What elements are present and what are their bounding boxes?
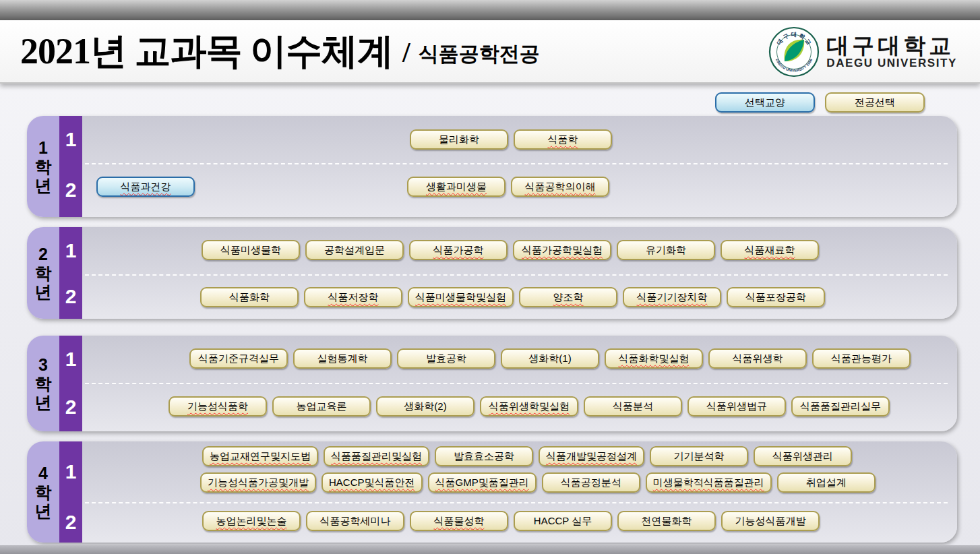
course-box[interactable]: 농업교육론 xyxy=(272,396,371,417)
page-subtitle: 식품공학전공 xyxy=(419,40,540,68)
course-box[interactable]: 실험통계학 xyxy=(293,348,392,369)
course-box[interactable]: 식품공정분석 xyxy=(542,472,640,493)
course-box[interactable]: 식품가공학및실험 xyxy=(513,240,611,260)
course-box[interactable]: 식품분석 xyxy=(584,396,682,417)
course-box[interactable]: 생활과미생물 xyxy=(407,177,506,197)
year-body: 농업교재연구및지도법식품품질관리및실험발효효소공학식품개발및공정설계기기분석학식… xyxy=(82,441,957,543)
course-name: 생활과미생물 xyxy=(426,181,487,193)
course-box[interactable]: 식품화학 xyxy=(200,287,299,307)
course-name: 식품공정분석 xyxy=(561,476,621,489)
course-name: 기능성식품가공및개발 xyxy=(208,476,309,489)
course-box[interactable]: 식품물성학 xyxy=(410,511,508,531)
course-name: 식품품질관리및실험 xyxy=(331,450,422,463)
course-box[interactable]: 농업논리및논술 xyxy=(202,511,301,531)
semester-number: 1 xyxy=(59,441,82,502)
course-box[interactable]: 양조학 xyxy=(519,287,617,307)
course-box[interactable]: 생화학(1) xyxy=(501,348,599,369)
course-name: 식품과건강 xyxy=(121,181,171,193)
course-box[interactable]: 기능성식품개발 xyxy=(721,511,820,531)
course-name: 양조학 xyxy=(553,291,584,304)
course-box[interactable]: 미생물학적식품품질관리 xyxy=(646,472,772,493)
bottom-decoration-bar xyxy=(0,545,980,554)
year-section-3: 3학년12식품기준규격실무실험통계학발효공학생화학(1)식품화학및실험식품위생학… xyxy=(27,336,957,431)
course-box[interactable]: 식품미생물학 xyxy=(202,240,300,260)
course-name: 기능성식품개발 xyxy=(735,515,806,528)
course-box[interactable]: 식품개발및공정설계 xyxy=(539,446,644,466)
semester-bar: 12 xyxy=(59,116,82,217)
course-row-y4-s1: 농업교재연구및지도법식품품질관리및실험발효효소공학식품개발및공정설계기기분석학식… xyxy=(202,446,852,466)
semester-bar: 12 xyxy=(59,336,82,431)
university-name-korean: 대구대학교 xyxy=(826,34,957,58)
course-box[interactable]: 식품품질관리실무 xyxy=(791,396,890,417)
course-box[interactable]: 식품위생법규 xyxy=(687,396,786,417)
semester-bar: 12 xyxy=(59,227,82,319)
course-box[interactable]: 식품과건강 xyxy=(96,177,195,197)
course-box[interactable]: 식품저장학 xyxy=(304,287,402,307)
course-name: 발효효소공학 xyxy=(454,450,514,463)
course-box[interactable]: 식품위생학및실험 xyxy=(480,396,578,417)
legend: 선택교양 전공선택 xyxy=(715,92,925,113)
course-box[interactable]: 공학설계입문 xyxy=(305,240,404,260)
course-name: 식품위생학및실험 xyxy=(489,400,570,413)
course-name: 농업논리및논술 xyxy=(216,515,287,528)
course-name: HACCP 실무 xyxy=(534,515,592,528)
course-box[interactable]: 식품위생학 xyxy=(708,348,807,369)
course-box[interactable]: 식품관능평가 xyxy=(812,348,911,369)
course-box[interactable]: 식품기기장치학 xyxy=(623,287,721,307)
course-name: 식품관능평가 xyxy=(831,352,892,365)
course-name: 기능성식품학 xyxy=(187,400,248,413)
course-box[interactable]: 기기분석학 xyxy=(650,446,748,466)
year-label-1: 1학년 xyxy=(27,116,59,217)
semester-bar: 12 xyxy=(59,441,82,543)
course-box[interactable]: 기능성식품가공및개발 xyxy=(200,472,316,493)
course-box[interactable]: 유기화학 xyxy=(617,240,715,260)
semester-number: 2 xyxy=(59,163,82,217)
course-box[interactable]: HACCP 실무 xyxy=(514,511,612,531)
course-box[interactable]: 물리화학 xyxy=(410,129,508,150)
semester-number: 2 xyxy=(59,383,82,431)
course-name: 미생물학적식품품질관리 xyxy=(653,476,764,489)
course-name: 식품미생물학및실험 xyxy=(415,291,506,304)
course-name: 식품위생학 xyxy=(733,352,783,365)
course-name: 취업설계 xyxy=(806,476,847,489)
top-decoration-bar xyxy=(0,0,980,20)
course-box[interactable]: 식품기준규격실무 xyxy=(189,348,288,369)
year-body: 물리화학식품학식품과건강생활과미생물식품공학의이해 xyxy=(82,116,957,217)
course-box[interactable]: 식품재료학 xyxy=(721,240,819,260)
course-box[interactable]: 천연물화학 xyxy=(617,511,716,531)
course-box[interactable]: 식품포장공학 xyxy=(727,287,825,307)
course-box[interactable]: 발효효소공학 xyxy=(435,446,533,466)
course-box[interactable]: 식품학 xyxy=(514,129,612,150)
course-row-y4-s2: 농업논리및논술식품공학세미나식품물성학HACCP 실무천연물화학기능성식품개발 xyxy=(202,511,820,531)
course-box[interactable]: HACCP및식품안전 xyxy=(321,472,423,493)
year-label-3: 3학년 xyxy=(27,336,59,431)
course-box[interactable]: 식품화학및실험 xyxy=(605,348,703,369)
course-name: 공학설계입문 xyxy=(324,244,385,257)
legend-major-elective-label: 전공선택 xyxy=(855,96,895,109)
course-row-y1-s2: 식품과건강생활과미생물식품공학의이해 xyxy=(96,177,609,197)
course-name: 기기분석학 xyxy=(674,450,725,463)
course-box[interactable]: 생화학(2) xyxy=(376,396,474,417)
course-box[interactable]: 식품미생물학및실험 xyxy=(408,287,514,307)
course-box[interactable]: 기능성식품학 xyxy=(169,396,267,417)
title-separator: / xyxy=(402,36,410,69)
legend-liberal-elective-button[interactable]: 선택교양 xyxy=(715,92,815,113)
semester-number: 2 xyxy=(59,274,82,319)
course-name: 식품가공학 xyxy=(433,244,484,257)
course-box[interactable]: 식품공학세미나 xyxy=(306,511,404,531)
page-title: 2021년 교과목 이수체계 xyxy=(20,27,393,76)
course-name: 식품위생법규 xyxy=(706,400,767,413)
course-box[interactable]: 식품가공학 xyxy=(409,240,508,260)
course-name: 식품포장공학 xyxy=(745,291,806,304)
course-box[interactable]: 식품위생관리 xyxy=(754,446,852,466)
semester-divider xyxy=(85,502,948,503)
course-box[interactable]: 식품GMP및품질관리 xyxy=(428,472,537,493)
year-section-4: 4학년12농업교재연구및지도법식품품질관리및실험발효효소공학식품개발및공정설계기… xyxy=(27,441,957,543)
course-box[interactable]: 발효공학 xyxy=(397,348,495,369)
legend-major-elective-button[interactable]: 전공선택 xyxy=(825,92,925,113)
course-box[interactable]: 식품품질관리및실험 xyxy=(324,446,429,466)
semester-divider xyxy=(85,163,948,164)
course-box[interactable]: 식품공학의이해 xyxy=(511,177,609,197)
course-box[interactable]: 농업교재연구및지도법 xyxy=(202,446,318,466)
course-box[interactable]: 취업설계 xyxy=(777,472,876,493)
